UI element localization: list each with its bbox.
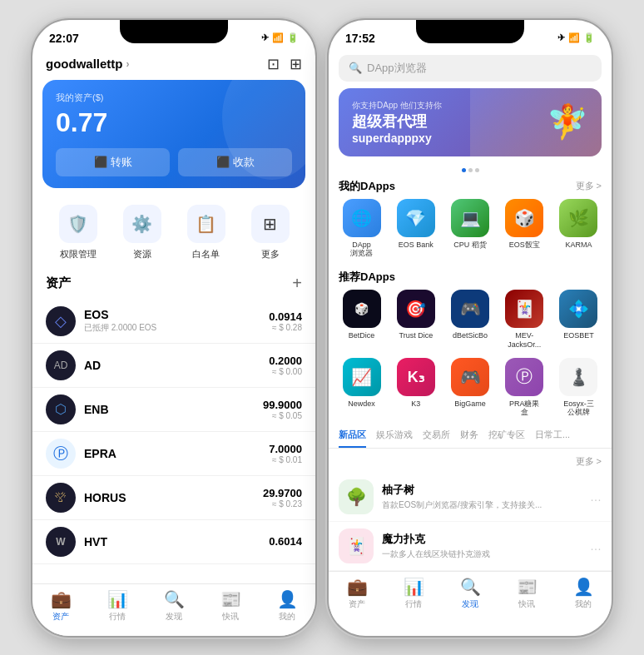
quick-item-2[interactable]: 📋 白名单 [174,205,238,261]
asset-horus[interactable]: 𐂷 HORUS 29.9700 ≈ $ 0.23 [32,476,315,520]
eos-sub: 已抵押 2.0000 EOS [84,322,260,334]
tab-game[interactable]: 娱乐游戏 [376,425,413,448]
hvt-values: 0.6014 [269,535,302,548]
hvt-icon: W [46,527,76,557]
k3-icon: K₃ [397,358,435,396]
eosyx-icon: ♟️ [559,358,597,396]
yuzi-icon: 🌳 [339,479,374,514]
quick-item-0[interactable]: 🛡️ 权限管理 [46,205,110,261]
asset-epra[interactable]: Ⓟ EPRA 7.0000 ≈ $ 0.01 [32,432,315,476]
p2-nav-mine[interactable]: 👤 我的 [555,577,612,610]
quick-actions: 🛡️ 权限管理 ⚙️ 资源 📋 白名单 ⊞ 更多 [32,198,315,270]
magic-poker-info: 魔力扑克 一款多人在线区块链扑克游戏 [382,532,582,560]
k3-item[interactable]: K₃ K3 [389,358,442,418]
tab-new[interactable]: 新品区 [339,425,366,448]
balance-card: 我的资产($) 0.77 ⬛ 转账 ⬛ 收款 [42,80,305,188]
karma-item[interactable]: 🌿 KARMA [552,199,605,259]
epra-info: EPRA [84,447,260,460]
tab-finance[interactable]: 财务 [460,425,478,448]
p2-news-icon: 📰 [517,577,537,597]
mev-icon: 🃏 [505,290,543,328]
magic-poker-arrow: … [590,539,602,553]
trustdice-item[interactable]: 🎯 Trust Dice [389,290,442,350]
p2-bottom-nav: 💼 资产 📊 行情 🔍 发现 📰 快讯 👤 我的 [329,571,612,623]
recommend-row1: 🎲 BetDice 🎯 Trust Dice 🎮 dBetSicBo 🃏 MEV… [329,290,612,358]
nav-news[interactable]: 📰 快讯 [202,589,259,623]
battery-icon-2: 🔋 [583,32,595,43]
nav-market[interactable]: 📊 行情 [89,589,146,623]
yuzi-info: 柚子树 首款EOS制户浏览器/搜索引擎，支持接关... [382,483,582,511]
newdex-item[interactable]: 📈 Newdex [335,358,388,418]
add-asset-button[interactable]: + [292,274,302,293]
wallet-name[interactable]: goodwallettp › [46,57,130,71]
eos-bank-item[interactable]: 💎 EOS Bank [389,199,442,259]
eos-values: 0.0914 ≈ $ 0.28 [269,310,302,332]
receive-button[interactable]: ⬛ 收款 [178,148,292,176]
trustdice-icon: 🎯 [397,290,435,328]
p2-nav-market[interactable]: 📊 行情 [385,577,442,610]
header-icons: ⊡ ⊞ [267,55,302,73]
magic-poker-item[interactable]: 🃏 魔力扑克 一款多人在线区块链扑克游戏 … [329,522,612,571]
battery-icon: 🔋 [287,32,299,43]
mev-item[interactable]: 🃏 MEV-JacksOr... [498,290,551,350]
discover-nav-icon: 🔍 [164,589,185,609]
main-container: 22:07 ✈ 📶 🔋 goodwallettp › ⊡ ⊞ [0,0,644,655]
dapp-browser-item[interactable]: 🌐 DApp浏览器 [335,199,388,259]
asset-enb[interactable]: ⬡ ENB 99.9000 ≈ $ 0.05 [32,388,315,432]
horus-icon: 𐂷 [46,483,76,513]
tab-daily[interactable]: 日常工... [535,425,570,448]
transfer-button[interactable]: ⬛ 转账 [56,148,170,176]
new-more-link[interactable]: 更多 > [576,455,602,468]
nav-discover[interactable]: 🔍 发现 [146,589,202,623]
scan-icon[interactable]: ⊞ [290,55,302,73]
asset-eos[interactable]: ◇ EOS 已抵押 2.0000 EOS 0.0914 ≈ $ 0.28 [32,300,315,344]
p1-bottom-nav: 💼 资产 📊 行情 🔍 发现 📰 快讯 👤 我的 [32,583,315,636]
my-dapps-more[interactable]: 更多 > [576,180,602,192]
time-2: 17:52 [345,32,375,45]
cpu-icon: 💻 [451,199,489,237]
quick-icon-0: 🛡️ [59,205,97,243]
cpu-label: CPU 稻货 [453,241,487,250]
recommend-header: 推荐DApps [329,266,612,290]
dbetsicbo-icon: 🎮 [451,290,489,328]
p2-market-icon: 📊 [404,577,424,597]
status-icons-1: ✈ 📶 🔋 [261,32,299,43]
recommend-row2: 📈 Newdex K₃ K3 🎮 BigGame Ⓟ PRA糖果盒 ♟️ [329,358,612,426]
asset-hvt[interactable]: W HVT 0.6014 [32,520,315,564]
pra-item[interactable]: Ⓟ PRA糖果盒 [498,358,551,418]
balance-amount: 0.77 [56,107,292,138]
p2-nav-discover[interactable]: 🔍 发现 [442,577,498,610]
yuzi-item[interactable]: 🌳 柚子树 首款EOS制户浏览器/搜索引擎，支持接关... … [329,473,612,522]
promo-banner[interactable]: 你支持DApp 他们支持你 超级君代理 superdapppxy 🧚 [339,88,602,156]
tab-exchange[interactable]: 交易所 [423,425,450,448]
notch-2 [416,20,524,43]
p2-nav-assets[interactable]: 💼 资产 [329,577,385,610]
p1-wallet-header: goodwallettp › ⊡ ⊞ [32,52,315,80]
cpu-item[interactable]: 💻 CPU 稻货 [443,199,496,259]
eosbet-item[interactable]: 💠 EOSBET [552,290,605,350]
p2-nav-news[interactable]: 📰 快讯 [498,577,555,610]
wifi-icon: 📶 [272,32,284,43]
nav-mine[interactable]: 👤 我的 [259,589,315,623]
quick-item-1[interactable]: ⚙️ 资源 [110,205,174,261]
betdice-item[interactable]: 🎲 BetDice [335,290,388,350]
eos-sebo-item[interactable]: 🎲 EOS骰宝 [498,199,551,259]
eos-bank-icon: 💎 [397,199,435,237]
biggame-item[interactable]: 🎮 BigGame [443,358,496,418]
qr-icon[interactable]: ⊡ [267,55,280,73]
epra-icon: Ⓟ [46,439,76,469]
quick-item-3[interactable]: ⊞ 更多 [238,205,302,261]
mev-label: MEV-JacksOr... [508,331,541,350]
quick-icon-1: ⚙️ [123,205,161,243]
ad-values: 0.2000 ≈ $ 0.00 [269,355,302,376]
nav-assets[interactable]: 💼 资产 [32,589,89,623]
biggame-icon: 🎮 [451,358,489,396]
asset-ad[interactable]: AD AD 0.2000 ≈ $ 0.00 [32,344,315,388]
dapp-search-bar[interactable]: 🔍 DApp浏览器 [339,55,602,82]
eosyx-label: Eosyx-三公棋牌 [563,399,594,418]
tab-mining[interactable]: 挖矿专区 [488,425,525,448]
news-nav-icon: 📰 [220,589,241,609]
horus-info: HORUS [84,491,255,504]
dbetsicbo-item[interactable]: 🎮 dBetSicBo [443,290,496,350]
eosyx-item[interactable]: ♟️ Eosyx-三公棋牌 [552,358,605,418]
